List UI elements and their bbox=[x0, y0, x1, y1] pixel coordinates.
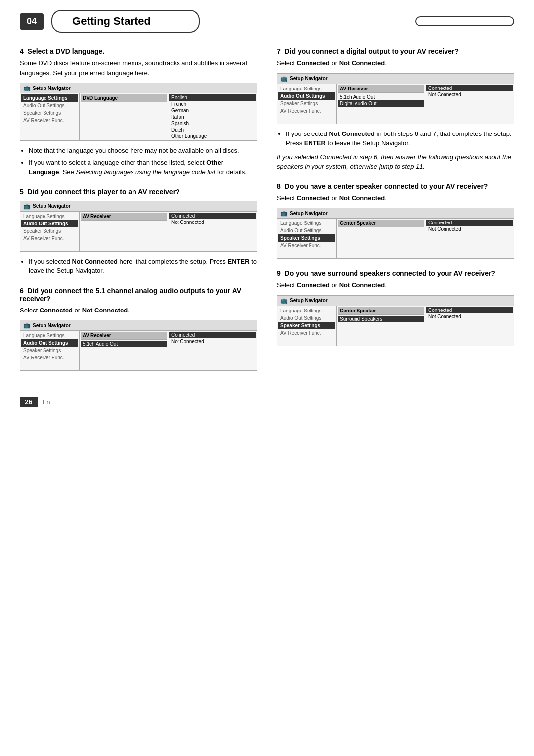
setup-nav-8-body: Language Settings Audio Out Settings Spe… bbox=[277, 219, 514, 258]
page-header: 04 Getting Started bbox=[20, 10, 514, 33]
col1-header: DVD Language bbox=[81, 94, 167, 102]
section-7-title: 7 Did you connect a digital output to yo… bbox=[277, 47, 514, 55]
section-4: 4 Select a DVD language. Some DVD discs … bbox=[20, 47, 257, 177]
nav-icon-5: 📺 bbox=[23, 203, 31, 210]
setup-nav-9-col1: Center Speaker Surround Speakers bbox=[337, 306, 425, 346]
setup-nav-4-body: Language Settings Audio Out Settings Spe… bbox=[20, 93, 257, 140]
setup-nav-4-col2: English French German Italian Spanish Du… bbox=[168, 93, 257, 140]
section-7: 7 Did you connect a digital output to yo… bbox=[277, 47, 514, 172]
nav-av-5: AV Receiver Func. bbox=[21, 235, 78, 242]
nav-av-8: AV Receiver Func. bbox=[278, 242, 335, 249]
nav-language-6: Language Settings bbox=[21, 332, 78, 339]
setup-nav-8-col2: Connected Not Connected bbox=[425, 219, 514, 258]
setup-nav-8-col1: Center Speaker bbox=[337, 219, 425, 258]
section-9: 9 Do you have surround speakers connecte… bbox=[277, 269, 514, 346]
nav-header-label: Setup Navigator bbox=[33, 86, 71, 91]
col1-header-6: AV Receiver bbox=[81, 332, 167, 340]
col2-english: English bbox=[169, 94, 256, 101]
nav-av-receiver: AV Receiver Func. bbox=[21, 117, 78, 124]
section-7-bullets: If you selected Not Connected in both st… bbox=[277, 129, 514, 148]
col2-notconnected-8: Not Connected bbox=[426, 226, 513, 232]
setup-nav-4-header: 📺 Setup Navigator bbox=[20, 83, 257, 93]
col1-51ch-6: 5.1ch Audio Out bbox=[81, 341, 167, 347]
col2-notconnected-7: Not Connected bbox=[426, 91, 513, 98]
section-6: 6 Did you connect the 5.1 channel analog… bbox=[20, 287, 257, 371]
nav-speaker-7: Speaker Settings bbox=[278, 100, 335, 107]
setup-nav-8: 📺 Setup Navigator Language Settings Audi… bbox=[277, 208, 514, 259]
setup-nav-4-col1: DVD Language bbox=[80, 93, 168, 140]
setup-nav-6-sidebar: Language Settings Audio Out Settings Spe… bbox=[20, 331, 80, 370]
nav-header-label-6: Setup Navigator bbox=[33, 323, 71, 328]
nav-audio-5: Audio Out Settings bbox=[21, 220, 78, 227]
nav-av-6: AV Receiver Func. bbox=[21, 354, 78, 361]
col2-connected-7: Connected bbox=[426, 85, 513, 91]
col2-notconnected-6: Not Connected bbox=[169, 338, 256, 345]
bullet-7-1: If you selected Not Connected in both st… bbox=[286, 129, 514, 148]
nav-language-8: Language Settings bbox=[278, 220, 335, 227]
section-4-title: 4 Select a DVD language. bbox=[20, 47, 257, 55]
section-6-body: Select Connected or Not Connected. bbox=[20, 306, 257, 315]
section-5-title: 5 Did you connect this player to an AV r… bbox=[20, 188, 257, 196]
col2-connected-8: Connected bbox=[426, 220, 513, 226]
setup-nav-5-col2: Connected Not Connected bbox=[168, 212, 257, 251]
nav-icon-8: 📺 bbox=[280, 210, 288, 217]
page-title: Getting Started bbox=[51, 10, 200, 33]
col2-other: Other Language bbox=[169, 133, 256, 139]
footer-page-number: 26 bbox=[20, 397, 38, 407]
setup-nav-9: 📺 Setup Navigator Language Settings Audi… bbox=[277, 295, 514, 346]
col2-notconnected-5: Not Connected bbox=[169, 219, 256, 225]
col2-connected-6: Connected bbox=[169, 332, 256, 338]
page-footer: 26 En bbox=[20, 397, 514, 407]
col2-spanish: Spanish bbox=[169, 120, 256, 127]
section-8-body: Select Connected or Not Connected. bbox=[277, 193, 514, 203]
nav-header-label-7: Setup Navigator bbox=[290, 76, 328, 81]
col2-connected-5: Connected bbox=[169, 213, 256, 219]
section-7-body: Select Connected or Not Connected. bbox=[277, 58, 514, 68]
col2-german: German bbox=[169, 107, 256, 114]
right-column: 7 Did you connect a digital output to yo… bbox=[277, 47, 514, 382]
col1-surround-9: Surround Speakers bbox=[338, 316, 424, 322]
col1-header-8: Center Speaker bbox=[338, 220, 424, 227]
nav-audio-9: Audio Out Settings bbox=[278, 314, 335, 322]
col2-dutch: Dutch bbox=[169, 127, 256, 133]
setup-nav-8-sidebar: Language Settings Audio Out Settings Spe… bbox=[277, 219, 337, 258]
nav-speaker-8: Speaker Settings bbox=[278, 234, 335, 242]
setup-nav-4-sidebar: Language Settings Audio Out Settings Spe… bbox=[20, 93, 80, 140]
nav-header-label-9: Setup Navigator bbox=[290, 298, 328, 303]
col1-header-9: Center Speaker bbox=[338, 307, 424, 315]
nav-audio-7: Audio Out Settings bbox=[278, 92, 335, 100]
left-column: 4 Select a DVD language. Some DVD discs … bbox=[20, 47, 257, 382]
col2-french: French bbox=[169, 101, 256, 107]
nav-icon-7: 📺 bbox=[280, 75, 288, 82]
section-4-bullets: Note that the language you choose here m… bbox=[20, 146, 257, 177]
setup-nav-6-col1: AV Receiver 5.1ch Audio Out bbox=[80, 331, 168, 370]
section-6-title: 6 Did you connect the 5.1 channel analog… bbox=[20, 287, 257, 303]
setup-nav-5: 📺 Setup Navigator Language Settings Audi… bbox=[20, 201, 257, 252]
nav-audio-6: Audio Out Settings bbox=[21, 339, 78, 347]
setup-nav-5-body: Language Settings Audio Out Settings Spe… bbox=[20, 212, 257, 251]
nav-av-9: AV Receiver Func. bbox=[278, 329, 335, 337]
section-8-title: 8 Do you have a center speaker connected… bbox=[277, 182, 514, 190]
nav-language-5: Language Settings bbox=[21, 213, 78, 220]
nav-language-7: Language Settings bbox=[278, 85, 335, 92]
setup-nav-7-col1: AV Receiver 5.1ch Audio Out Digital Audi… bbox=[337, 84, 425, 124]
col1-51ch-7: 5.1ch Audio Out bbox=[338, 94, 424, 100]
setup-nav-4: 📺 Setup Navigator Language Settings Audi… bbox=[20, 83, 257, 141]
section-8: 8 Do you have a center speaker connected… bbox=[277, 182, 514, 259]
setup-nav-7-sidebar: Language Settings Audio Out Settings Spe… bbox=[277, 84, 337, 124]
setup-nav-5-sidebar: Language Settings Audio Out Settings Spe… bbox=[20, 212, 80, 251]
setup-nav-9-body: Language Settings Audio Out Settings Spe… bbox=[277, 306, 514, 346]
nav-speaker: Speaker Settings bbox=[21, 109, 78, 117]
nav-icon: 📺 bbox=[23, 85, 31, 91]
col2-connected-9: Connected bbox=[426, 307, 513, 313]
setup-nav-9-header: 📺 Setup Navigator bbox=[277, 296, 514, 306]
bullet-5-1: If you selected Not Connected here, that… bbox=[29, 257, 257, 276]
nav-speaker-9: Speaker Settings bbox=[278, 322, 335, 329]
nav-av-7: AV Receiver Func. bbox=[278, 107, 335, 115]
col1-header-7: AV Receiver bbox=[338, 85, 424, 93]
nav-audio-8: Audio Out Settings bbox=[278, 227, 335, 234]
footer-lang: En bbox=[43, 399, 50, 406]
nav-icon-9: 📺 bbox=[280, 297, 288, 304]
section-9-title: 9 Do you have surround speakers connecte… bbox=[277, 269, 514, 277]
page-title-extra bbox=[415, 16, 514, 26]
